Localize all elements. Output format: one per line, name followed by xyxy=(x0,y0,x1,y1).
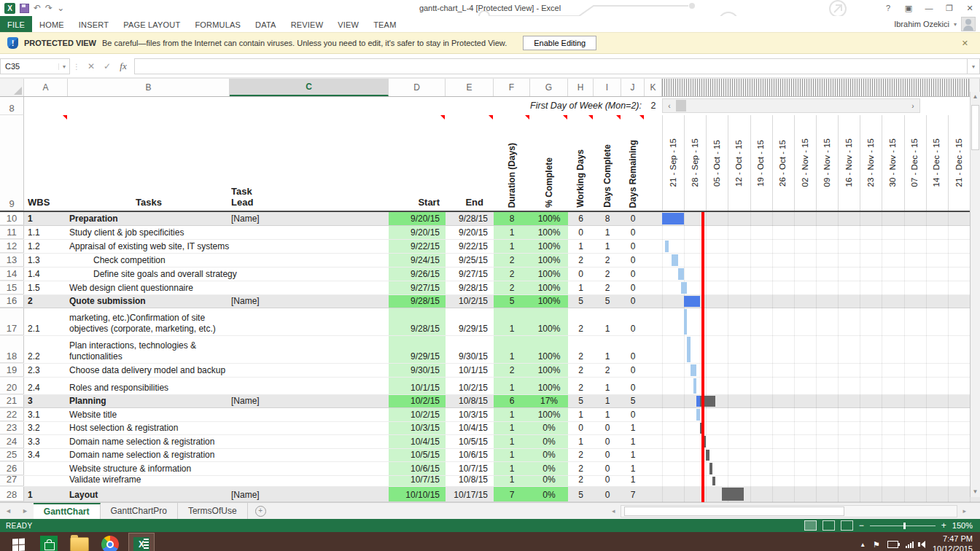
cell-start[interactable]: 9/30/15 xyxy=(389,364,446,377)
header-week-5[interactable]: 19 - Oct - 15 xyxy=(750,115,772,211)
enable-editing-button[interactable]: Enable Editing xyxy=(523,36,596,50)
header-week-13[interactable]: 14 - Dec - 15 xyxy=(926,115,948,211)
column-header-G[interactable]: G xyxy=(530,79,568,96)
cell-start[interactable]: 10/2/15 xyxy=(389,395,446,407)
cell-wbs[interactable]: 2.3 xyxy=(28,364,68,377)
cell-working-days[interactable]: 5 xyxy=(568,295,594,308)
cell-working-days[interactable]: 2 xyxy=(568,462,594,475)
cell-duration[interactable]: 5 xyxy=(494,295,530,308)
cell-duration[interactable]: 1 xyxy=(494,308,530,335)
cell-task[interactable]: Define site goals and overall strategy xyxy=(93,267,316,281)
cell-end[interactable]: 10/3/15 xyxy=(446,408,488,421)
formula-input[interactable] xyxy=(134,58,967,74)
cell-days-complete[interactable]: 1 xyxy=(594,408,621,421)
cell-working-days[interactable]: 1 xyxy=(568,240,594,253)
cell-working-days[interactable]: 2 xyxy=(568,364,594,377)
column-header-E[interactable]: E xyxy=(446,79,494,96)
cell-task[interactable]: Study client & job specificities xyxy=(69,226,316,239)
cell-duration[interactable]: 1 xyxy=(494,435,530,448)
row-number-10[interactable]: 10 xyxy=(0,212,24,225)
cell-wbs[interactable]: 1.5 xyxy=(28,281,68,294)
cell-pct-complete[interactable]: 100% xyxy=(530,240,568,253)
row-number-8[interactable]: 8 xyxy=(0,97,24,115)
cell-pct-complete[interactable]: 0% xyxy=(530,422,568,434)
header-week-9[interactable]: 16 - Nov - 15 xyxy=(838,115,860,211)
header-pct[interactable]: % Complete xyxy=(530,115,568,211)
cell-days-complete[interactable]: 0 xyxy=(594,422,621,434)
cell-wbs[interactable]: 1.1 xyxy=(28,226,68,239)
cell-end[interactable]: 9/22/15 xyxy=(446,240,488,253)
ribbon-tab-view[interactable]: VIEW xyxy=(330,16,366,32)
row-number-21[interactable]: 21 xyxy=(0,395,24,407)
user-name[interactable]: Ibrahim Ozekici xyxy=(894,20,949,28)
cell-duration[interactable]: 1 xyxy=(494,408,530,421)
restore-button[interactable]: ❐ xyxy=(939,1,960,15)
cell-days-remaining[interactable]: 5 xyxy=(621,395,645,407)
cell-end[interactable]: 10/1/15 xyxy=(446,364,488,377)
cell-start[interactable]: 10/2/15 xyxy=(389,408,446,421)
cell-start[interactable]: 10/6/15 xyxy=(389,462,446,475)
cell-end[interactable]: 9/25/15 xyxy=(446,254,488,267)
cell-days-remaining[interactable]: 1 xyxy=(621,422,645,434)
row-number-22[interactable]: 22 xyxy=(0,408,24,421)
cell-days-complete[interactable]: 1 xyxy=(594,226,621,239)
cell-pct-complete[interactable]: 100% xyxy=(530,378,568,394)
cell-end[interactable]: 10/5/15 xyxy=(446,435,488,448)
tray-expand-icon[interactable]: ▲ xyxy=(860,542,866,548)
page-layout-view-icon[interactable] xyxy=(822,520,835,531)
cell-wbs[interactable]: 1.4 xyxy=(28,267,68,281)
cell-days-remaining[interactable]: 0 xyxy=(621,226,645,239)
cell-start[interactable]: 10/10/15 xyxy=(389,487,446,501)
header-week-14[interactable]: 21 - Dec - 15 xyxy=(948,115,970,211)
cell-start[interactable]: 10/4/15 xyxy=(389,435,446,448)
cell-end[interactable]: 10/2/15 xyxy=(446,378,488,394)
column-header-D[interactable]: D xyxy=(389,79,446,96)
zoom-slider-thumb[interactable] xyxy=(903,523,906,529)
cell-pct-complete[interactable]: 0% xyxy=(530,487,568,501)
cell-days-remaining[interactable]: 1 xyxy=(621,435,645,448)
name-box[interactable]: C35 ▾ xyxy=(0,58,70,74)
hscroll-left-icon[interactable]: ◂ xyxy=(607,507,621,515)
cell-start[interactable]: 10/7/15 xyxy=(389,476,446,486)
cell-wbs[interactable]: 1 xyxy=(28,487,68,501)
cell-task[interactable]: Roles and responsibilities xyxy=(69,378,316,394)
vscroll-down-icon[interactable]: ▼ xyxy=(971,487,980,497)
vscroll-thumb[interactable] xyxy=(971,105,979,150)
column-header-H[interactable]: H xyxy=(568,79,594,96)
cell-end[interactable]: 9/28/15 xyxy=(446,281,488,294)
cell-duration[interactable]: 8 xyxy=(494,212,530,225)
gantt-scroll-left-icon[interactable]: ‹ xyxy=(663,102,676,110)
cell-duration[interactable]: 2 xyxy=(494,254,530,267)
cell-days-remaining[interactable]: 0 xyxy=(621,254,645,267)
cell-task[interactable]: Website structure & information xyxy=(69,462,316,475)
first-day-of-week-label[interactable]: First Day of Week (Mon=2): xyxy=(389,97,645,115)
column-header-F[interactable]: F xyxy=(494,79,530,96)
row-number-18[interactable]: 18 xyxy=(0,336,24,363)
cell-wbs[interactable]: 3.3 xyxy=(28,435,68,448)
cell-task-lead[interactable]: [Name] xyxy=(231,487,389,501)
cell-days-complete[interactable]: 1 xyxy=(594,395,621,407)
cell-wbs[interactable] xyxy=(28,476,68,486)
cell-days-complete[interactable]: 2 xyxy=(594,254,621,267)
cell-duration[interactable]: 2 xyxy=(494,267,530,281)
cell-days-complete[interactable]: 2 xyxy=(594,364,621,377)
header-week-12[interactable]: 07 - Dec - 15 xyxy=(904,115,926,211)
cell-start[interactable]: 9/20/15 xyxy=(389,212,446,225)
hscroll-right-icon[interactable]: ▸ xyxy=(957,507,971,515)
cell-task[interactable]: Domain name selection & registration xyxy=(69,449,316,461)
cell-working-days[interactable]: 0 xyxy=(568,422,594,434)
cell-pct-complete[interactable]: 0% xyxy=(530,476,568,486)
cell-days-remaining[interactable]: 1 xyxy=(621,476,645,486)
cell-wbs[interactable]: 3.1 xyxy=(28,408,68,421)
cell-days-remaining[interactable]: 0 xyxy=(621,295,645,308)
compressed-column-headers[interactable] xyxy=(662,79,970,96)
row-number-28[interactable]: 28 xyxy=(0,487,24,501)
cell-end[interactable]: 9/20/15 xyxy=(446,226,488,239)
cell-days-complete[interactable]: 2 xyxy=(594,281,621,294)
cell-task-lead[interactable]: [Name] xyxy=(231,395,389,407)
cell-start[interactable]: 9/27/15 xyxy=(389,281,446,294)
row-number-25[interactable]: 25 xyxy=(0,449,24,461)
cell-days-complete[interactable]: 0 xyxy=(594,449,621,461)
cell-wbs[interactable]: 3.2 xyxy=(28,422,68,434)
cell-days-remaining[interactable]: 0 xyxy=(621,336,645,363)
